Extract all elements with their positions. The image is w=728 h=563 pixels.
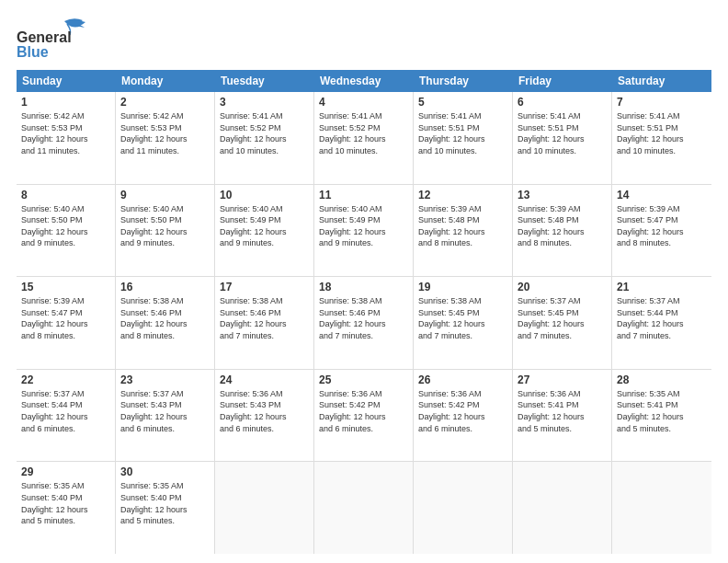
day-info: Sunrise: 5:35 AM Sunset: 5:40 PM Dayligh… <box>21 480 110 526</box>
calendar-row: 1Sunrise: 5:42 AM Sunset: 5:53 PM Daylig… <box>17 92 711 185</box>
header-tuesday: Tuesday <box>215 70 314 92</box>
calendar-cell: 17Sunrise: 5:38 AM Sunset: 5:46 PM Dayli… <box>215 277 314 369</box>
day-info: Sunrise: 5:42 AM Sunset: 5:53 PM Dayligh… <box>21 110 110 156</box>
calendar-cell: 22Sunrise: 5:37 AM Sunset: 5:44 PM Dayli… <box>17 370 116 462</box>
calendar-cell: 26Sunrise: 5:36 AM Sunset: 5:42 PM Dayli… <box>414 370 513 462</box>
day-number: 4 <box>319 96 408 109</box>
day-number: 18 <box>319 281 408 293</box>
day-info: Sunrise: 5:40 AM Sunset: 5:50 PM Dayligh… <box>21 203 110 249</box>
calendar-cell: 5Sunrise: 5:41 AM Sunset: 5:51 PM Daylig… <box>414 92 513 184</box>
calendar-row: 29Sunrise: 5:35 AM Sunset: 5:40 PM Dayli… <box>17 462 711 554</box>
calendar-cell: 20Sunrise: 5:37 AM Sunset: 5:45 PM Dayli… <box>513 277 612 369</box>
day-number: 15 <box>21 281 110 293</box>
day-info: Sunrise: 5:40 AM Sunset: 5:49 PM Dayligh… <box>319 203 408 249</box>
calendar-row: 15Sunrise: 5:39 AM Sunset: 5:47 PM Dayli… <box>17 277 711 370</box>
day-number: 27 <box>518 373 607 386</box>
day-info: Sunrise: 5:37 AM Sunset: 5:44 PM Dayligh… <box>21 388 110 434</box>
calendar-cell: 9Sunrise: 5:40 AM Sunset: 5:50 PM Daylig… <box>116 185 215 277</box>
day-number: 10 <box>220 189 309 201</box>
day-info: Sunrise: 5:40 AM Sunset: 5:50 PM Dayligh… <box>120 203 210 249</box>
calendar-cell <box>215 462 314 554</box>
logo-svg: General Blue <box>17 17 99 63</box>
svg-text:Blue: Blue <box>17 44 49 60</box>
day-number: 3 <box>220 96 309 109</box>
header: General Blue <box>17 17 711 63</box>
day-number: 24 <box>220 373 309 386</box>
calendar-cell: 13Sunrise: 5:39 AM Sunset: 5:48 PM Dayli… <box>513 185 612 277</box>
day-info: Sunrise: 5:36 AM Sunset: 5:43 PM Dayligh… <box>220 388 309 434</box>
day-number: 29 <box>21 465 110 478</box>
day-number: 9 <box>120 189 210 201</box>
day-info: Sunrise: 5:39 AM Sunset: 5:47 PM Dayligh… <box>617 203 707 249</box>
day-info: Sunrise: 5:39 AM Sunset: 5:47 PM Dayligh… <box>21 295 110 341</box>
calendar-body: 1Sunrise: 5:42 AM Sunset: 5:53 PM Daylig… <box>17 92 711 554</box>
day-info: Sunrise: 5:36 AM Sunset: 5:42 PM Dayligh… <box>319 388 408 434</box>
day-info: Sunrise: 5:36 AM Sunset: 5:41 PM Dayligh… <box>518 388 607 434</box>
calendar-cell: 15Sunrise: 5:39 AM Sunset: 5:47 PM Dayli… <box>17 277 116 369</box>
calendar-cell: 3Sunrise: 5:41 AM Sunset: 5:52 PM Daylig… <box>215 92 314 184</box>
calendar-cell: 6Sunrise: 5:41 AM Sunset: 5:51 PM Daylig… <box>513 92 612 184</box>
day-info: Sunrise: 5:35 AM Sunset: 5:40 PM Dayligh… <box>120 480 210 526</box>
header-monday: Monday <box>116 70 215 92</box>
day-info: Sunrise: 5:38 AM Sunset: 5:45 PM Dayligh… <box>418 295 507 341</box>
day-info: Sunrise: 5:39 AM Sunset: 5:48 PM Dayligh… <box>418 203 507 249</box>
calendar-cell <box>314 462 414 554</box>
calendar-cell <box>513 462 612 554</box>
day-info: Sunrise: 5:37 AM Sunset: 5:45 PM Dayligh… <box>518 295 607 341</box>
calendar: Sunday Monday Tuesday Wednesday Thursday… <box>17 70 711 554</box>
calendar-cell: 10Sunrise: 5:40 AM Sunset: 5:49 PM Dayli… <box>215 185 314 277</box>
day-info: Sunrise: 5:41 AM Sunset: 5:52 PM Dayligh… <box>319 110 408 156</box>
day-number: 19 <box>418 281 507 293</box>
calendar-row: 8Sunrise: 5:40 AM Sunset: 5:50 PM Daylig… <box>17 185 711 278</box>
calendar-cell: 29Sunrise: 5:35 AM Sunset: 5:40 PM Dayli… <box>17 462 116 554</box>
day-info: Sunrise: 5:37 AM Sunset: 5:43 PM Dayligh… <box>120 388 210 434</box>
day-info: Sunrise: 5:37 AM Sunset: 5:44 PM Dayligh… <box>617 295 707 341</box>
day-number: 14 <box>617 189 707 201</box>
calendar-cell: 14Sunrise: 5:39 AM Sunset: 5:47 PM Dayli… <box>612 185 711 277</box>
calendar-cell: 4Sunrise: 5:41 AM Sunset: 5:52 PM Daylig… <box>314 92 414 184</box>
day-info: Sunrise: 5:41 AM Sunset: 5:51 PM Dayligh… <box>617 110 707 156</box>
day-info: Sunrise: 5:41 AM Sunset: 5:51 PM Dayligh… <box>418 110 507 156</box>
day-number: 23 <box>120 373 210 386</box>
calendar-cell: 21Sunrise: 5:37 AM Sunset: 5:44 PM Dayli… <box>612 277 711 369</box>
calendar-cell: 11Sunrise: 5:40 AM Sunset: 5:49 PM Dayli… <box>314 185 414 277</box>
day-number: 8 <box>21 189 110 201</box>
day-info: Sunrise: 5:36 AM Sunset: 5:42 PM Dayligh… <box>418 388 507 434</box>
day-number: 22 <box>21 373 110 386</box>
calendar-cell: 18Sunrise: 5:38 AM Sunset: 5:46 PM Dayli… <box>314 277 414 369</box>
day-info: Sunrise: 5:38 AM Sunset: 5:46 PM Dayligh… <box>120 295 210 341</box>
day-number: 6 <box>518 96 607 109</box>
header-friday: Friday <box>513 70 612 92</box>
day-info: Sunrise: 5:35 AM Sunset: 5:41 PM Dayligh… <box>617 388 707 434</box>
day-info: Sunrise: 5:39 AM Sunset: 5:48 PM Dayligh… <box>518 203 607 249</box>
day-info: Sunrise: 5:40 AM Sunset: 5:49 PM Dayligh… <box>220 203 309 249</box>
header-thursday: Thursday <box>414 70 513 92</box>
day-number: 28 <box>617 373 707 386</box>
calendar-cell: 24Sunrise: 5:36 AM Sunset: 5:43 PM Dayli… <box>215 370 314 462</box>
calendar-cell <box>612 462 711 554</box>
day-number: 16 <box>120 281 210 293</box>
calendar-cell: 1Sunrise: 5:42 AM Sunset: 5:53 PM Daylig… <box>17 92 116 184</box>
day-number: 13 <box>518 189 607 201</box>
calendar-cell: 7Sunrise: 5:41 AM Sunset: 5:51 PM Daylig… <box>612 92 711 184</box>
day-number: 5 <box>418 96 507 109</box>
day-number: 17 <box>220 281 309 293</box>
header-sunday: Sunday <box>17 70 116 92</box>
calendar-cell: 2Sunrise: 5:42 AM Sunset: 5:53 PM Daylig… <box>116 92 215 184</box>
calendar-cell: 19Sunrise: 5:38 AM Sunset: 5:45 PM Dayli… <box>414 277 513 369</box>
calendar-cell: 23Sunrise: 5:37 AM Sunset: 5:43 PM Dayli… <box>116 370 215 462</box>
calendar-cell: 28Sunrise: 5:35 AM Sunset: 5:41 PM Dayli… <box>612 370 711 462</box>
day-number: 25 <box>319 373 408 386</box>
calendar-cell: 27Sunrise: 5:36 AM Sunset: 5:41 PM Dayli… <box>513 370 612 462</box>
calendar-cell: 8Sunrise: 5:40 AM Sunset: 5:50 PM Daylig… <box>17 185 116 277</box>
day-number: 12 <box>418 189 507 201</box>
day-number: 2 <box>120 96 210 109</box>
day-number: 21 <box>617 281 707 293</box>
calendar-cell: 12Sunrise: 5:39 AM Sunset: 5:48 PM Dayli… <box>414 185 513 277</box>
day-number: 20 <box>518 281 607 293</box>
day-info: Sunrise: 5:41 AM Sunset: 5:52 PM Dayligh… <box>220 110 309 156</box>
logo: General Blue <box>17 17 99 63</box>
day-info: Sunrise: 5:38 AM Sunset: 5:46 PM Dayligh… <box>319 295 408 341</box>
day-number: 7 <box>617 96 707 109</box>
day-number: 11 <box>319 189 408 201</box>
